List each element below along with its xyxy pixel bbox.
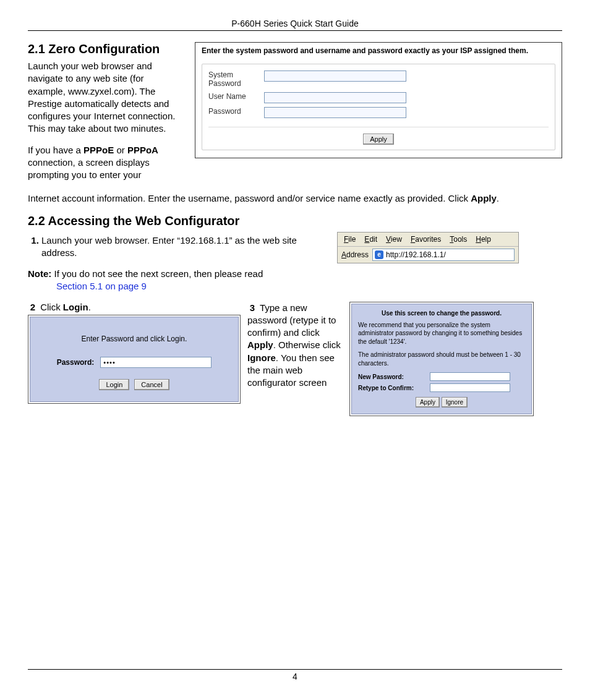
- password-label: Password: [208, 107, 258, 116]
- isp-instruction: Enter the system password and username a…: [202, 46, 555, 60]
- menu-tools[interactable]: Tools: [450, 235, 467, 244]
- document-header: P-660H Series Quick Start Guide: [28, 19, 562, 31]
- heading-2-2: 2.2 Accessing the Web Configurator: [28, 214, 562, 228]
- login-screenshot: Enter Password and click Login. Password…: [28, 315, 241, 404]
- address-input[interactable]: e http://192.168.1.1/: [372, 249, 515, 261]
- step-2: 2 Click Login.: [28, 302, 241, 312]
- chpw-line2: The administrator password should must b…: [358, 351, 525, 367]
- username-input[interactable]: [264, 92, 406, 103]
- menu-help[interactable]: Help: [476, 235, 491, 244]
- login-password-label: Password:: [57, 358, 95, 367]
- retype-password-input[interactable]: [430, 383, 510, 392]
- menu-favorites[interactable]: Favorites: [411, 235, 441, 244]
- browser-menu-bar: File Edit View Favorites Tools Help: [338, 233, 518, 247]
- menu-view[interactable]: View: [386, 235, 402, 244]
- page-number: 4: [28, 669, 562, 681]
- browser-screenshot: File Edit View Favorites Tools Help Addr…: [337, 232, 519, 263]
- new-password-input[interactable]: [430, 372, 510, 381]
- login-button[interactable]: Login: [99, 379, 129, 390]
- login-title: Enter Password and click Login.: [43, 335, 226, 343]
- new-password-label: New Password:: [358, 373, 425, 381]
- chpw-title: Use this screen to change the password.: [358, 309, 525, 317]
- username-label: User Name: [208, 92, 258, 101]
- system-password-input[interactable]: [264, 70, 406, 82]
- heading-2-1: 2.1 Zero Configuration: [28, 42, 182, 56]
- note-link[interactable]: Section 5.1 on page 9: [56, 281, 147, 291]
- chpw-apply-button[interactable]: Apply: [416, 397, 440, 408]
- system-password-label: System Password: [208, 70, 258, 88]
- isp-credentials-screenshot: Enter the system password and username a…: [195, 42, 562, 158]
- step-1: Launch your web browser. Enter “192.168.…: [41, 234, 319, 260]
- note: Note: If you do not see the next screen,…: [28, 268, 319, 293]
- menu-file[interactable]: File: [344, 235, 356, 244]
- login-password-input[interactable]: [100, 357, 212, 368]
- step-3: 3 Type a new password (retype it to conf…: [247, 302, 343, 390]
- change-password-screenshot: Use this screen to change the password. …: [349, 302, 534, 417]
- retype-password-label: Retype to Confirm:: [358, 384, 425, 392]
- menu-edit[interactable]: Edit: [364, 235, 377, 244]
- apply-button[interactable]: Apply: [363, 134, 394, 145]
- paragraph-2-1-b: If you have a PPPoE or PPPoA connection,…: [28, 144, 182, 182]
- chpw-line1: We recommend that you personalize the sy…: [358, 321, 525, 346]
- cancel-button[interactable]: Cancel: [134, 379, 169, 390]
- ie-icon: e: [375, 250, 383, 259]
- paragraph-2-1-a: Launch your web browser and navigate to …: [28, 60, 182, 135]
- address-label: Address: [341, 250, 369, 259]
- paragraph-2-1-c: Internet account information. Enter the …: [28, 192, 562, 205]
- address-value: http://192.168.1.1/: [386, 250, 446, 259]
- password-input[interactable]: [264, 107, 406, 118]
- chpw-ignore-button[interactable]: Ignore: [442, 397, 468, 408]
